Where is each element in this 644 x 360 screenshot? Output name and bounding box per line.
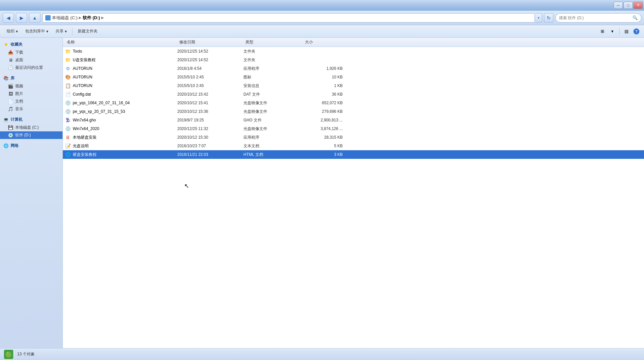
file-type: 安装信息 (243, 83, 303, 89)
view-dropdown-button[interactable]: ▾ (608, 27, 617, 36)
sidebar-header-computer[interactable]: 💻 计算机 (0, 115, 63, 124)
sidebar-item-music[interactable]: 🎵 音乐 (0, 105, 63, 113)
share-label: 共享 (56, 28, 64, 34)
table-row[interactable]: 🖥 本地硬盘安装 2020/10/12 15:30 应用程序 28,315 KB (63, 133, 644, 142)
file-type: 应用程序 (243, 135, 303, 140)
table-row[interactable]: 💿 Win7x64_2020 2020/12/25 11:32 光盘映像文件 3… (63, 124, 644, 133)
breadcrumb-item-computer[interactable]: 本地磁盘 (C:) (52, 15, 77, 21)
back-button[interactable]: ◀ (3, 13, 14, 23)
file-name-cell: 💿 pe_yqs_xp_20_07_31_15_53 (65, 109, 177, 114)
file-size: 5 KB (303, 144, 343, 148)
file-name: Win7x64_2020 (73, 126, 99, 131)
organize-dropdown-icon: ▾ (16, 29, 18, 34)
file-name-cell: 📄 Config.dat (65, 91, 177, 97)
file-name: Config.dat (73, 92, 91, 97)
toolbar: 组织 ▾ 包含到库中 ▾ 共享 ▾ 新建文件夹 ⊞ ▾ ▤ ? (0, 25, 644, 38)
sidebar-header-favorites[interactable]: ★ 收藏夹 (0, 40, 63, 49)
sidebar-item-documents[interactable]: 📄 文档 (0, 98, 63, 105)
sidebar-item-desktop[interactable]: 🖥 桌面 (0, 56, 63, 64)
file-date: 2020/10/12 15:30 (177, 135, 243, 140)
preview-icon: ▤ (624, 29, 628, 34)
table-row[interactable]: 📋 AUTORUN 2015/5/10 2:45 安装信息 1 KB (63, 81, 644, 90)
breadcrumb-dropdown-button[interactable]: ▾ (536, 13, 542, 22)
search-icon: 🔍 (632, 15, 638, 20)
file-list: 📁 Tools 2020/12/25 14:52 文件夹 📁 U盘安装教程 20… (63, 47, 644, 159)
file-name: 光盘说明 (73, 143, 89, 149)
file-name-cell: 📁 U盘安装教程 (65, 57, 177, 63)
sidebar-item-video[interactable]: 🎬 视频 (0, 82, 63, 90)
table-row[interactable]: 💿 pe_yqs_1064_20_07_31_16_04 2020/10/12 … (63, 99, 644, 107)
download-label: 下载 (15, 50, 23, 55)
computer-icon: 💻 (3, 117, 9, 122)
close-button[interactable]: ✕ (633, 2, 643, 9)
file-date: 2020/12/25 11:32 (177, 126, 243, 131)
column-header-size[interactable]: 大小 (303, 39, 343, 45)
file-date: 2015/5/10 2:45 (177, 75, 243, 79)
file-name: AUTORUN (73, 75, 92, 79)
d-drive-label: 软件 (D:) (15, 132, 31, 138)
breadcrumb-separator-1: ▶ (79, 16, 81, 20)
file-icon: 💿 (65, 100, 71, 106)
table-row[interactable]: 💿 pe_yqs_xp_20_07_31_15_53 2020/10/12 15… (63, 107, 644, 116)
file-icon: 🎨 (65, 74, 71, 80)
svg-text:🟢: 🟢 (5, 351, 12, 358)
sidebar-header-network[interactable]: 🌐 网络 (0, 142, 63, 150)
table-row[interactable]: 📝 光盘说明 2016/10/23 7:07 文本文档 5 KB (63, 142, 644, 150)
share-button[interactable]: 共享 ▾ (52, 27, 70, 36)
sidebar-item-recent[interactable]: 🕐 最近访问的位置 (0, 64, 63, 71)
minimize-button[interactable]: ─ (614, 2, 623, 9)
file-name-cell: 💿 Win7x64_2020 (65, 126, 177, 132)
library-dropdown-icon: ▾ (46, 29, 48, 34)
breadcrumb[interactable]: 本地磁盘 (C:) ▶ 软件 (D:) ▶ (42, 13, 535, 22)
table-row[interactable]: 📁 U盘安装教程 2020/12/25 14:52 文件夹 (63, 56, 644, 64)
file-size: 279,696 KB (303, 109, 343, 114)
file-name-cell: 📝 光盘说明 (65, 143, 177, 149)
file-size: 28,315 KB (303, 135, 343, 140)
file-type: HTML 文档 (243, 152, 303, 158)
column-header-name[interactable]: 名称 (65, 39, 177, 45)
table-row[interactable]: ⚙ AUTORUN 2016/1/8 4:54 应用程序 1,926 KB (63, 64, 644, 73)
file-size: 3,874,126 ... (303, 126, 343, 131)
refresh-button[interactable]: ↻ (544, 13, 553, 22)
column-headers: 名称 修改日期 类型 大小 (63, 38, 644, 47)
file-date: 2015/5/10 2:45 (177, 83, 243, 88)
file-icon: 💿 (65, 109, 71, 114)
table-row[interactable]: 📁 Tools 2020/12/25 14:52 文件夹 (63, 47, 644, 56)
file-type: 图标 (243, 74, 303, 80)
new-folder-button[interactable]: 新建文件夹 (74, 27, 101, 36)
file-date: 2019/9/7 19:25 (177, 118, 243, 122)
maximize-button[interactable]: □ (623, 2, 633, 9)
column-header-date[interactable]: 修改日期 (177, 39, 243, 45)
view-toggle-button[interactable]: ⊞ (598, 27, 607, 36)
preview-pane-button[interactable]: ▤ (622, 27, 631, 36)
column-header-type[interactable]: 类型 (243, 39, 303, 45)
up-button[interactable]: ▲ (29, 13, 40, 23)
file-name: Win7x64.gho (73, 118, 96, 122)
sidebar-header-libraries[interactable]: 📚 库 (0, 74, 63, 82)
network-icon: 🌐 (3, 143, 9, 149)
sidebar-item-c-drive[interactable]: 💾 本地磁盘 (C:) (0, 124, 63, 131)
file-name: 硬盘安装教程 (73, 152, 97, 158)
address-bar: ◀ ▶ ▲ 本地磁盘 (C:) ▶ 软件 (D:) ▶ ▾ ↻ 🔍 (0, 11, 644, 25)
sidebar-item-download[interactable]: 📥 下载 (0, 49, 63, 56)
file-date: 2020/12/25 14:52 (177, 49, 243, 54)
file-size: 2,900,813 ... (303, 118, 343, 122)
table-row[interactable]: 📄 Config.dat 2020/10/12 15:42 DAT 文件 36 … (63, 90, 644, 99)
table-row[interactable]: 🗜 Win7x64.gho 2019/9/7 19:25 GHO 文件 2,90… (63, 116, 644, 124)
forward-button[interactable]: ▶ (16, 13, 27, 23)
file-date: 2020/10/12 15:41 (177, 101, 243, 105)
sidebar-item-d-drive[interactable]: 💿 软件 (D:) (0, 131, 63, 139)
sidebar-item-pictures[interactable]: 🖼 图片 (0, 90, 63, 98)
search-bar[interactable]: 🔍 (555, 13, 641, 22)
table-row[interactable]: 🎨 AUTORUN 2015/5/10 2:45 图标 10 KB (63, 73, 644, 81)
title-bar: ─ □ ✕ (0, 0, 644, 11)
organize-button[interactable]: 组织 ▾ (3, 27, 21, 36)
breadcrumb-item-drive[interactable]: 软件 (D:) (83, 15, 100, 21)
breadcrumb-separator-2: ▶ (101, 16, 104, 20)
main-container: ★ 收藏夹 📥 下载 🖥 桌面 🕐 最近访问的位置 📚 库 (0, 38, 644, 348)
file-type: GHO 文件 (243, 117, 303, 123)
search-input[interactable] (559, 16, 630, 20)
table-row[interactable]: 🌐 硬盘安装教程 2016/11/21 22:03 HTML 文档 3 KB (63, 150, 644, 159)
help-button[interactable]: ? (632, 27, 641, 36)
library-button[interactable]: 包含到库中 ▾ (22, 27, 52, 36)
